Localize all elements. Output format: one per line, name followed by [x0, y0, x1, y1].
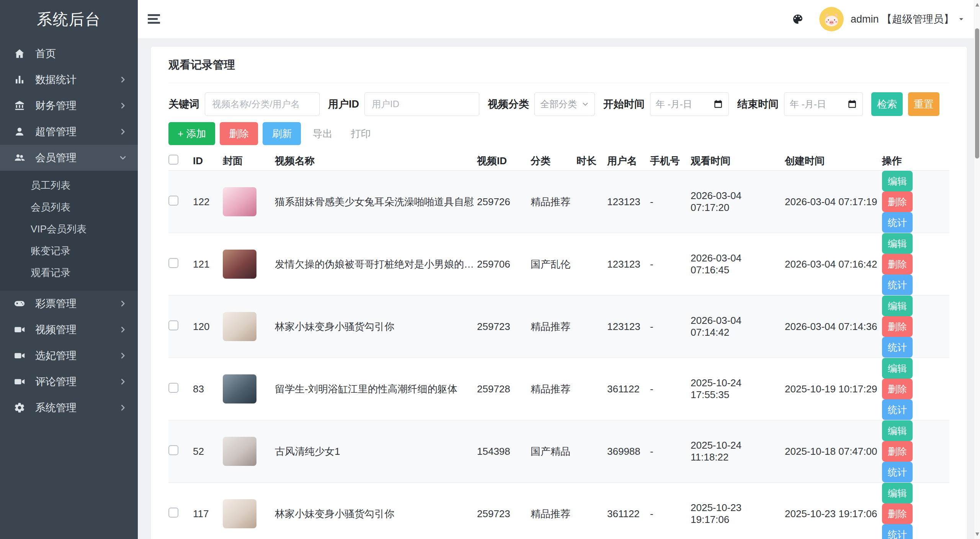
- chevron-right-icon: [119, 127, 127, 136]
- select-all-checkbox[interactable]: [168, 155, 178, 165]
- sidebar-item-members[interactable]: 会员管理: [0, 145, 138, 171]
- cell-create-time: 2026-03-04 07:17:19: [785, 171, 882, 233]
- row-checkbox[interactable]: [168, 258, 178, 268]
- caret-down-icon: [958, 16, 965, 23]
- avatar[interactable]: [819, 7, 844, 31]
- chart-icon: [14, 74, 25, 85]
- column-header: 时长: [577, 151, 607, 171]
- cell-actions: 编辑删除统计: [882, 171, 949, 233]
- user-id-input[interactable]: [364, 92, 479, 116]
- delete-button[interactable]: 删除: [882, 254, 913, 274]
- cell-category: 精品推荐: [531, 296, 577, 358]
- cell-name: 林家小妹变身小骚货勾引你: [275, 483, 477, 539]
- cell-phone: -: [650, 483, 691, 539]
- column-header: 视频名称: [275, 151, 477, 171]
- sidebar-subitem-member-list[interactable]: 会员列表: [0, 196, 138, 218]
- column-header: ID: [193, 151, 223, 171]
- cell-id: 83: [193, 358, 223, 420]
- scroll-down-arrow-icon[interactable]: [975, 532, 979, 536]
- sidebar-subitem-balance-log[interactable]: 账变记录: [0, 240, 138, 262]
- home-icon: [14, 48, 25, 59]
- stats-button[interactable]: 统计: [882, 524, 913, 539]
- video-icon: [14, 324, 25, 335]
- sidebar-item-home[interactable]: 首页: [0, 41, 138, 67]
- cell-watch-time: 2026-03-04 07:17:20: [691, 171, 785, 233]
- delete-button[interactable]: 删除: [220, 122, 258, 145]
- cell-create-time: 2025-10-19 10:17:29: [785, 358, 882, 420]
- video-thumbnail: [223, 312, 256, 341]
- delete-button[interactable]: 删除: [882, 379, 913, 399]
- start-date-input[interactable]: 年 -月-日: [650, 92, 729, 116]
- category-select-value: 全部分类: [540, 98, 577, 110]
- filter-bar: 关键词 用户ID 视频分类 全部分类 开始时间 年 -月-日 结束时间 年 -月…: [168, 92, 949, 116]
- category-select[interactable]: 全部分类: [534, 92, 595, 116]
- stats-button[interactable]: 统计: [882, 462, 913, 482]
- sidebar-item-finance[interactable]: 财务管理: [0, 93, 138, 119]
- cell-username: 361122: [607, 358, 650, 420]
- sidebar-item-system[interactable]: 系统管理: [0, 395, 138, 421]
- sidebar-submenu: 员工列表会员列表VIP会员列表账变记录观看记录: [0, 171, 138, 291]
- calendar-icon[interactable]: [713, 99, 723, 109]
- row-checkbox[interactable]: [168, 383, 178, 393]
- export-button[interactable]: 导出: [305, 122, 339, 145]
- print-button[interactable]: 打印: [344, 122, 377, 145]
- edit-button[interactable]: 编辑: [882, 296, 913, 316]
- table-row: 120林家小妹变身小骚货勾引你259723精品推荐123123-2026-03-…: [168, 296, 949, 358]
- end-date-placeholder: 年 -月-日: [790, 98, 826, 110]
- user-id-label: 用户ID: [328, 97, 359, 111]
- keyword-input[interactable]: [205, 92, 320, 116]
- cell-create-time: 2025-10-18 07:47:00: [785, 420, 882, 483]
- search-button[interactable]: 检索: [871, 92, 903, 116]
- stats-button[interactable]: 统计: [882, 337, 913, 358]
- row-checkbox[interactable]: [168, 320, 178, 330]
- edit-button[interactable]: 编辑: [882, 358, 913, 379]
- sidebar-item-super-admin[interactable]: 超管管理: [0, 119, 138, 145]
- edit-button[interactable]: 编辑: [882, 483, 913, 503]
- add-button[interactable]: + 添加: [168, 122, 215, 145]
- delete-button[interactable]: 删除: [882, 191, 913, 212]
- stats-button[interactable]: 统计: [882, 399, 913, 420]
- row-checkbox[interactable]: [168, 508, 178, 518]
- row-checkbox[interactable]: [168, 445, 178, 455]
- cell-category: 精品推荐: [531, 358, 577, 420]
- scroll-up-arrow-icon[interactable]: [975, 3, 979, 7]
- sidebar-subitem-staff-list[interactable]: 员工列表: [0, 175, 138, 196]
- keyword-label: 关键词: [168, 97, 199, 111]
- end-date-input[interactable]: 年 -月-日: [784, 92, 863, 116]
- refresh-button[interactable]: 刷新: [263, 122, 301, 145]
- delete-button[interactable]: 删除: [882, 503, 913, 524]
- edit-button[interactable]: 编辑: [882, 233, 913, 254]
- scrollbar-thumb[interactable]: [975, 28, 979, 158]
- sidebar-item-stats[interactable]: 数据统计: [0, 67, 138, 93]
- edit-button[interactable]: 编辑: [882, 171, 913, 191]
- calendar-icon[interactable]: [847, 99, 857, 109]
- row-checkbox[interactable]: [168, 196, 178, 206]
- menu-toggle-icon[interactable]: [148, 14, 161, 24]
- video-thumbnail: [223, 374, 256, 403]
- sidebar-item-video[interactable]: 视频管理: [0, 317, 138, 343]
- cell-duration: [577, 358, 607, 420]
- cell-username: 123123: [607, 233, 650, 296]
- cell-username: 369988: [607, 420, 650, 483]
- sidebar-item-lottery[interactable]: 彩票管理: [0, 291, 138, 317]
- delete-button[interactable]: 删除: [882, 441, 913, 462]
- edit-button[interactable]: 编辑: [882, 420, 913, 441]
- user-menu[interactable]: admin 【超级管理员】: [851, 12, 965, 26]
- sidebar-subitem-watch-log[interactable]: 观看记录: [0, 262, 138, 284]
- stats-button[interactable]: 统计: [882, 274, 913, 295]
- theme-palette-icon[interactable]: [792, 13, 804, 25]
- cell-name: 发情欠操的伪娘被哥哥打桩绝对是小男娘的顶级享受: [275, 233, 477, 296]
- cell-phone: -: [650, 420, 691, 483]
- sidebar-subitem-vip-member-list[interactable]: VIP会员列表: [0, 218, 138, 240]
- start-date-placeholder: 年 -月-日: [656, 98, 692, 110]
- cell-create-time: 2026-03-04 07:16:42: [785, 233, 882, 296]
- delete-button[interactable]: 删除: [882, 316, 913, 337]
- stats-button[interactable]: 统计: [882, 212, 913, 233]
- cell-select: [168, 233, 193, 296]
- reset-button[interactable]: 重置: [908, 92, 939, 116]
- sidebar-item-comments[interactable]: 评论管理: [0, 369, 138, 395]
- cell-name: 林家小妹变身小骚货勾引你: [275, 296, 477, 358]
- chevron-down-icon: [581, 100, 589, 108]
- sidebar-item-consort[interactable]: 选妃管理: [0, 343, 138, 369]
- cell-id: 120: [193, 296, 223, 358]
